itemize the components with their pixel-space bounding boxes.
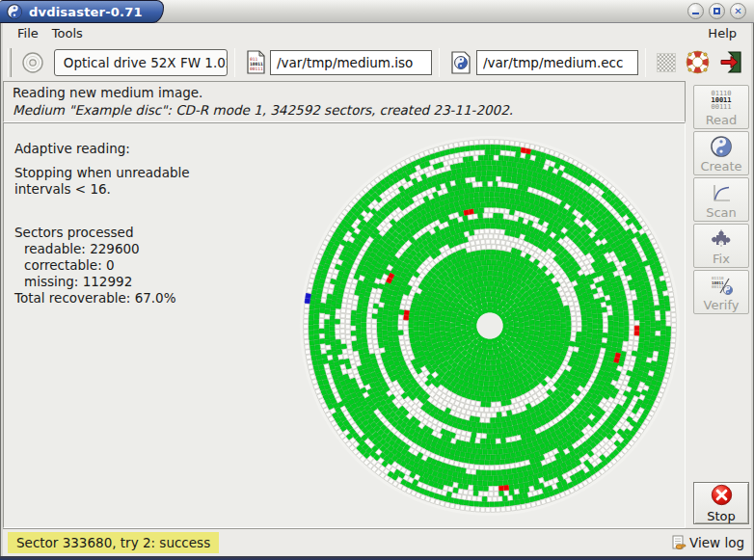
title-bar[interactable]: dvdisaster-0.71 ✕ (0, 0, 754, 23)
verify-button[interactable]: 01110 10011 00111 Verify (693, 270, 749, 314)
window-frame-bottom (0, 556, 754, 560)
app-yinyang-icon (7, 4, 22, 19)
create-button[interactable]: Create (693, 131, 749, 175)
status-bar: Sector 333680, try 2: success View log (3, 528, 751, 556)
stopping-note-line2: intervals < 16. (14, 181, 275, 198)
fix-button[interactable]: Fix (693, 224, 749, 268)
quit-exit-icon[interactable] (719, 50, 743, 74)
fix-puzzle-icon (710, 227, 733, 252)
toolbar: Optical drive 52X FW 1.02 ▼ 011 10011 00… (3, 43, 751, 81)
optical-drive-icon (20, 50, 45, 75)
svg-text:00111: 00111 (250, 67, 263, 71)
stop-icon (711, 484, 733, 509)
maximize-icon (714, 8, 720, 14)
medium-info-text: Medium "Example disc": CD-R mode 1, 3425… (13, 102, 676, 118)
scan-curve-icon (710, 180, 733, 205)
create-button-label: Create (700, 160, 741, 173)
toolbar-separator (645, 48, 646, 77)
read-binary-icon: 011101001100111 (711, 88, 731, 113)
stop-button-label: Stop (707, 510, 736, 522)
application-window: dvdisaster-0.71 ✕ File Tools Help Optica… (0, 0, 754, 560)
menu-help[interactable]: Help (701, 24, 743, 42)
menu-bar: File Tools Help (3, 23, 751, 43)
fix-button-label: Fix (713, 253, 730, 265)
adaptive-reading-title: Adaptive reading: (14, 141, 275, 157)
toolbar-separator (439, 48, 440, 77)
svg-text:00111: 00111 (712, 284, 724, 289)
scan-button-label: Scan (706, 206, 737, 219)
close-icon: ✕ (734, 7, 741, 16)
view-log-button[interactable]: View log (671, 535, 746, 550)
maximize-button[interactable] (709, 3, 725, 19)
minimize-button[interactable] (687, 3, 704, 19)
toolbar-separator (234, 48, 235, 77)
verify-percent-icon: 01110 10011 00111 (709, 273, 734, 298)
read-button-label: Read (706, 114, 738, 126)
stop-button[interactable]: Stop (693, 482, 749, 524)
readable-count: readable: 229600 (14, 241, 275, 257)
image-file-input[interactable] (270, 50, 432, 75)
image-file-icon: 011 10011 00111 (246, 50, 266, 74)
menu-file[interactable]: File (11, 24, 45, 42)
view-log-label: View log (689, 535, 744, 550)
read-button[interactable]: 011101001100111 Read (693, 85, 749, 129)
toolbar-grip-handle[interactable] (8, 48, 12, 77)
operation-status-text: Reading new medium image. (13, 85, 676, 100)
menu-tools[interactable]: Tools (45, 24, 90, 42)
help-lifebelt-icon[interactable] (686, 50, 710, 74)
minimize-icon (692, 13, 699, 14)
sectors-processed-heading: Sectors processed (14, 225, 275, 241)
window-title: dvdisaster-0.71 (29, 5, 143, 19)
ecc-file-input[interactable] (476, 50, 638, 75)
scan-button[interactable]: Scan (693, 177, 749, 222)
status-heading-panel: Reading new medium image. Medium "Exampl… (3, 81, 686, 122)
preferences-icon-disabled (657, 53, 676, 72)
total-recoverable: Total recoverable: 67.0% (14, 290, 275, 307)
correctable-count: correctable: 0 (14, 257, 275, 274)
stopping-note-line1: Stopping when unreadable (14, 165, 275, 181)
action-sidebar: 011101001100111 Read Create Scan (686, 81, 751, 528)
view-log-icon (671, 535, 687, 550)
sector-status-message: Sector 333680, try 2: success (8, 532, 219, 553)
drive-select-value: Optical drive 52X FW 1.02 (55, 50, 228, 75)
close-button[interactable]: ✕ (730, 3, 746, 19)
create-yinyang-icon (711, 134, 732, 159)
drive-select-dropdown[interactable]: Optical drive 52X FW 1.02 ▼ (54, 49, 228, 76)
title-tab[interactable]: dvdisaster-0.71 (0, 0, 164, 23)
main-panel: Adaptive reading: Stopping when unreadab… (3, 122, 686, 528)
reading-info-block: Adaptive reading: Stopping when unreadab… (14, 141, 275, 307)
missing-count: missing: 112992 (14, 274, 275, 290)
ecc-file-icon (450, 50, 472, 74)
verify-button-label: Verify (704, 299, 740, 311)
